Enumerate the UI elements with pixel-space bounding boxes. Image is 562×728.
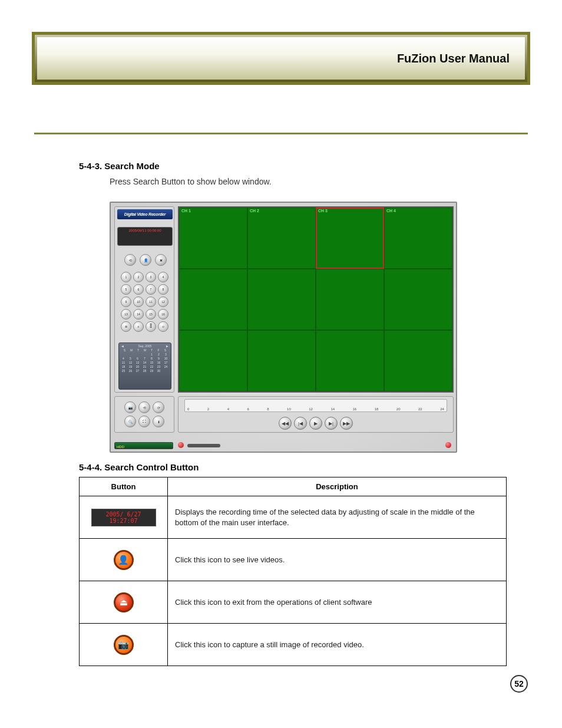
capture-button[interactable]: 📷 [124,401,136,413]
ch-7[interactable]: 7 [146,284,156,295]
tick: 22 [418,407,422,411]
tick: 16 [353,407,357,411]
button-cell-timestamp: 2005/ 6/27 19:27:07 [80,496,168,539]
table-row: 📷 Click this icon to capture a still ima… [80,624,507,666]
cal-days[interactable]: 1234567891011121314151617181920212223242… [120,353,170,373]
rewind-button[interactable]: ◀◀ [279,417,292,430]
cal-dow-t2: T [148,348,155,352]
col-button: Button [80,477,168,496]
tick: 12 [309,407,313,411]
timestamp-display: 2005/ 6/27 19:27:07 [91,509,156,526]
cal-dow-s: S [121,348,128,352]
dvr-sidebar: Digital Video Recorder 2005/09/11 00:00:… [114,206,174,393]
video-cell[interactable] [384,330,452,391]
search-control-table: Button Description 2005/ 6/27 19:27:07 D… [79,477,507,666]
tick: 6 [247,407,249,411]
ch-2[interactable]: 2 [133,272,144,282]
ch-9[interactable]: 9 [121,297,131,307]
cal-dow-m: M [128,348,135,352]
ch-10[interactable]: 10 [133,297,144,307]
video-cell[interactable] [247,330,316,391]
ch-15[interactable]: 15 [146,309,156,319]
desc-cell: Click this icon to capture a still image… [168,624,507,666]
video-cell[interactable] [384,269,452,330]
ch-5[interactable]: 5 [121,284,131,295]
fast-fwd-button[interactable]: ▶▶ [340,417,353,430]
video-cell[interactable] [247,269,316,330]
dvr-calendar[interactable]: ◀Sep, 2005▶ S M T W T F S 12345678910111… [118,342,171,390]
person-icon: 👤 [118,555,129,564]
table-row: 2005/ 6/27 19:27:07 Displays the recordi… [80,496,507,539]
back-button[interactable]: ⟲ [138,401,150,413]
ch-13[interactable]: 13 [121,309,131,319]
save-button[interactable]: ⬇ [153,416,164,427]
ch-label: CH 2 [250,209,259,213]
playback-controls: ◀◀ |◀ ▶ ▶| ▶▶ [279,417,353,430]
cal-dow-w: W [142,348,148,352]
header-banner: FuZion User Manual [32,32,530,85]
step-fwd-button[interactable]: ▶| [325,417,338,430]
video-cell-3[interactable]: CH 3 [316,207,384,269]
cal-month: Sep, 2005 [138,344,152,348]
zoom-button[interactable]: 🔍 [124,416,136,427]
video-cell[interactable] [179,269,247,330]
speed-slider[interactable] [187,444,220,447]
tick: 2 [207,407,209,411]
live-video-icon[interactable]: 👤 [114,550,134,570]
ch-11[interactable]: 11 [146,297,156,307]
dvr-exit-button[interactable]: ✖ [155,254,167,266]
video-cell[interactable] [179,330,247,391]
ch-4[interactable]: 4 [158,272,168,282]
video-cell-1[interactable]: CH 1 [179,207,247,269]
dvr-timeline: 0 2 4 6 8 10 12 14 16 18 20 22 24 ◀◀ |◀ … [178,396,454,433]
layout-full[interactable]: ⊙ [158,321,168,332]
dvr-hdd-select-button[interactable]: ⟲ [124,254,136,266]
ch-14[interactable]: 14 [133,309,144,319]
table-row: ⏏ Click this icon to exit from the opera… [80,581,507,624]
button-cell-exit: ⏏ [80,581,168,624]
table-row: 👤 Click this icon to see live videos. [80,539,507,581]
time-ruler[interactable]: 0 2 4 6 8 10 12 14 16 18 20 22 24 [184,399,447,412]
layout-4[interactable]: ⊞ [121,321,131,332]
section-5-4-3-heading: 5-4-3. Search Mode [79,161,160,171]
manual-title: FuZion User Manual [397,52,510,65]
cal-next-icon[interactable]: ▶ [166,344,168,348]
video-cell[interactable] [316,330,384,391]
door-icon: ⏏ [120,598,128,607]
dvr-video-grid: CH 1 CH 2 CH 3 CH 4 [178,206,454,393]
desc-cell: Displays the recording time of the selec… [168,496,507,539]
tick: 8 [267,407,269,411]
dvr-search-window: Digital Video Recorder 2005/09/11 00:00:… [110,202,457,453]
tick: 0 [187,407,189,411]
ch-6[interactable]: 6 [133,284,144,295]
exit-icon[interactable]: ⏏ [114,592,134,612]
step-back-button[interactable]: |◀ [294,417,307,430]
video-cell-4[interactable]: CH 4 [384,207,452,269]
ch-3[interactable]: 3 [146,272,156,282]
tick: 10 [287,407,291,411]
ch-label: CH 3 [318,209,328,213]
ch-label: CH 1 [181,209,191,213]
play-button[interactable]: ▶ [309,417,322,430]
full-button[interactable]: ⛶ [138,416,150,427]
col-description: Description [168,477,507,496]
capture-icon[interactable]: 📷 [114,635,134,655]
cal-prev-icon[interactable]: ◀ [121,344,124,348]
dvr-live-button[interactable]: 👤 [140,254,151,266]
tick: 24 [440,407,444,411]
forward-button[interactable]: ⟳ [153,401,164,413]
header-banner-inner: FuZion User Manual [37,37,525,80]
cal-dow-f: F [156,348,162,352]
video-cell-2[interactable]: CH 2 [247,207,316,269]
ch-16[interactable]: 16 [158,309,168,319]
desc-cell: Click this icon to see live videos. [168,539,507,581]
layout-16[interactable]: ≣ [146,321,156,332]
status-led-icon [445,442,451,448]
ch-1[interactable]: 1 [121,272,131,282]
video-cell[interactable] [316,269,384,330]
ch-8[interactable]: 8 [158,284,168,295]
layout-9[interactable]: ≡ [133,321,144,332]
camera-icon: 📷 [118,640,129,649]
page-number: 52 [510,675,528,693]
ch-12[interactable]: 12 [158,297,168,307]
